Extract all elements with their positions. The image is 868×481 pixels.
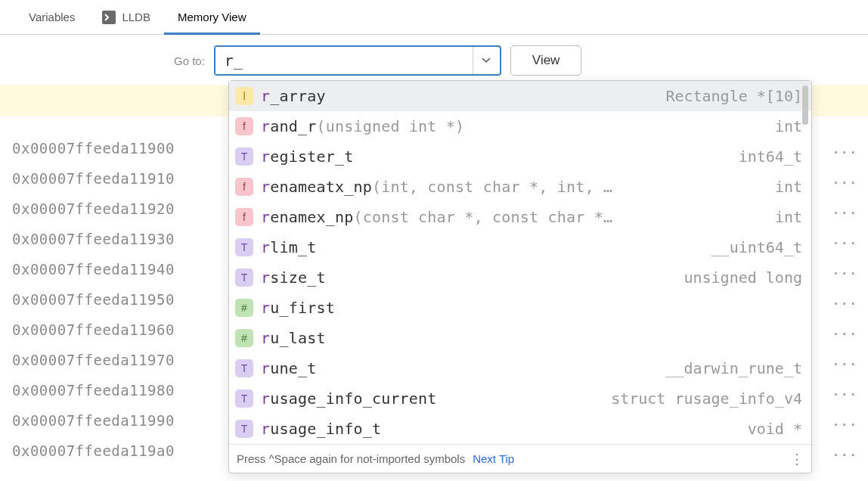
memory-address: 0x00007ffeeda11960 xyxy=(12,315,175,345)
memory-address: 0x00007ffeeda11950 xyxy=(12,284,175,315)
autocomplete-item[interactable]: #ru_first xyxy=(229,293,811,323)
autocomplete-item[interactable]: Trlim_t__uint64_t xyxy=(229,232,811,262)
autocomplete-footer: Press ^Space again for not-imported symb… xyxy=(229,444,811,473)
memory-address: 0x00007ffeeda11900 xyxy=(12,133,175,163)
completion-type: unsigned long xyxy=(684,268,802,287)
autocomplete-item[interactable]: frenamex_np(const char *, const char *…i… xyxy=(229,202,811,232)
memory-address-column: 0x00007ffeeda119000x00007ffeeda119100x00… xyxy=(12,133,175,466)
completion-type: int64_t xyxy=(739,147,802,166)
memory-address: 0x00007ffeeda11990 xyxy=(12,405,175,436)
kind-badge-icon: T xyxy=(235,359,253,377)
completion-type: void * xyxy=(748,420,802,438)
kind-badge-icon: # xyxy=(235,329,253,347)
autocomplete-item[interactable]: Trusage_info_tvoid * xyxy=(229,414,811,444)
memory-ascii: ... xyxy=(832,284,857,315)
completion-type: int xyxy=(775,208,802,226)
tab-memory-view[interactable]: Memory View xyxy=(164,0,260,34)
completion-name: renameatx_np(int, const char *, int, … xyxy=(261,178,612,196)
autocomplete-item[interactable]: Tregister_tint64_t xyxy=(229,141,811,172)
completion-name: rsize_t xyxy=(261,268,326,287)
goto-label: Go to: xyxy=(174,54,205,67)
autocomplete-item[interactable]: Trsize_tunsigned long xyxy=(229,262,811,293)
autocomplete-item[interactable]: frenameatx_np(int, const char *, int, …i… xyxy=(229,172,811,202)
autocomplete-item[interactable]: Trusage_info_currentstruct rusage_info_v… xyxy=(229,383,811,414)
dropdown-toggle[interactable] xyxy=(473,47,500,74)
completion-type: int xyxy=(775,178,802,196)
scrollbar-thumb[interactable] xyxy=(802,85,808,125)
tab-lldb[interactable]: LLDB xyxy=(88,0,164,34)
memory-address: 0x00007ffeeda11970 xyxy=(12,345,175,375)
completion-name: r_array xyxy=(261,87,326,105)
more-options-icon[interactable]: ⋮ xyxy=(790,455,804,464)
chevron-down-icon xyxy=(482,57,491,64)
autocomplete-popup: lr_arrayRectangle *[10]frand_r(unsigned … xyxy=(228,80,812,473)
memory-ascii: ... xyxy=(832,163,857,194)
memory-ascii: ... xyxy=(832,224,857,254)
memory-ascii: ... xyxy=(832,254,857,284)
completion-type: __uint64_t xyxy=(711,238,802,256)
completion-name: ru_first xyxy=(261,299,335,317)
next-tip-link[interactable]: Next Tip xyxy=(473,452,514,465)
completion-type: Rectangle *[10] xyxy=(665,87,802,105)
completion-name: rand_r(unsigned int *) xyxy=(261,117,464,135)
kind-badge-icon: T xyxy=(235,420,253,438)
memory-controls: Go to: View xyxy=(0,35,868,83)
memory-address: 0x00007ffeeda11920 xyxy=(12,194,175,224)
address-combobox[interactable] xyxy=(214,45,501,76)
autocomplete-item[interactable]: #ru_last xyxy=(229,323,811,353)
completion-type: __darwin_rune_t xyxy=(665,359,802,377)
completion-type: struct rusage_info_v4 xyxy=(611,389,802,408)
kind-badge-icon: T xyxy=(235,268,253,287)
autocomplete-item[interactable]: lr_arrayRectangle *[10] xyxy=(229,81,811,111)
memory-address: 0x00007ffeeda11940 xyxy=(12,254,175,284)
memory-ascii: ... xyxy=(832,194,857,224)
memory-address: 0x00007ffeeda11980 xyxy=(12,375,175,405)
tab-label: LLDB xyxy=(122,11,150,23)
completion-name: rusage_info_t xyxy=(261,420,381,438)
kind-badge-icon: # xyxy=(235,299,253,317)
completion-name: rlim_t xyxy=(261,238,316,256)
memory-ascii: ... xyxy=(832,375,857,405)
autocomplete-item[interactable]: frand_r(unsigned int *)int xyxy=(229,111,811,141)
memory-ascii: ... xyxy=(832,315,857,345)
kind-badge-icon: T xyxy=(235,389,253,408)
memory-ascii: ... xyxy=(832,133,857,163)
kind-badge-icon: l xyxy=(235,87,253,105)
completion-name: register_t xyxy=(261,147,353,166)
memory-ascii: ... xyxy=(832,405,857,436)
completion-name: renamex_np(const char *, const char *… xyxy=(261,208,612,226)
memory-ascii-column: ................................. xyxy=(832,133,857,466)
tab-label: Memory View xyxy=(178,11,246,23)
tab-label: Variables xyxy=(29,11,75,23)
completion-name: rune_t xyxy=(261,359,316,377)
tab-variables[interactable]: Variables xyxy=(15,0,88,34)
completion-type: int xyxy=(775,117,802,135)
console-icon xyxy=(102,11,116,24)
memory-address: 0x00007ffeeda11930 xyxy=(12,224,175,254)
memory-address: 0x00007ffeeda11910 xyxy=(12,163,175,194)
kind-badge-icon: T xyxy=(235,238,253,256)
memory-ascii: ... xyxy=(832,436,857,466)
address-input[interactable] xyxy=(215,47,473,74)
debugger-tabs: Variables LLDB Memory View xyxy=(0,0,868,35)
kind-badge-icon: f xyxy=(235,178,253,196)
footer-hint: Press ^Space again for not-imported symb… xyxy=(237,452,465,465)
kind-badge-icon: T xyxy=(235,147,253,166)
completion-name: rusage_info_current xyxy=(261,389,437,408)
autocomplete-item[interactable]: Trune_t__darwin_rune_t xyxy=(229,353,811,383)
kind-badge-icon: f xyxy=(235,208,253,226)
memory-ascii: ... xyxy=(832,345,857,375)
memory-address: 0x00007ffeeda119a0 xyxy=(12,436,175,466)
kind-badge-icon: f xyxy=(235,117,253,135)
completion-name: ru_last xyxy=(261,329,326,347)
autocomplete-list: lr_arrayRectangle *[10]frand_r(unsigned … xyxy=(229,81,811,444)
view-button[interactable]: View xyxy=(510,45,582,76)
